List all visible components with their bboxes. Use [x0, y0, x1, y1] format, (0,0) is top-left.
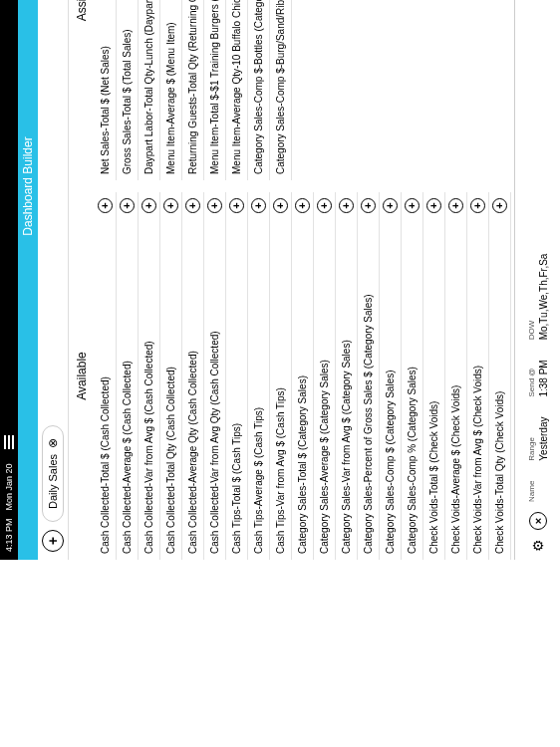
available-row: Check Voids-Average $ (Check Voids)+ [445, 192, 467, 560]
dow-label: DOW [527, 321, 536, 341]
available-row: Cash Collected-Var from Avg Qty (Cash Co… [204, 192, 226, 560]
send-label: Send @ [527, 369, 536, 397]
metric-label: Menu Item-Average $ (Menu Item) [165, 0, 176, 174]
metric-label: Check Voids-Total Qty (Check Voids) [494, 219, 505, 554]
add-icon[interactable]: + [295, 198, 310, 213]
metric-label: Category Sales-Comp $-Bottles (Category … [253, 0, 264, 174]
assigned-row: Returning Guests-Total Qty (Returning Gu… [182, 0, 204, 180]
assigned-row: Category Sales-Comp $-Burg/Sand/Ribs (Ca… [270, 0, 292, 180]
assigned-list: Net Sales-Total $ (Net Sales)‹›−Gross Sa… [95, 0, 514, 180]
delete-icon[interactable]: × [529, 512, 547, 530]
page-title: Dashboard Builder [18, 0, 38, 560]
add-icon[interactable]: + [185, 198, 200, 213]
metric-label: Check Voids-Average $ (Check Voids) [450, 219, 461, 554]
tabs-row: + Daily Sales ⊗ [38, 0, 69, 560]
add-icon[interactable]: + [141, 198, 156, 213]
available-row: Cash Collected-Var from Avg $ (Cash Coll… [139, 192, 160, 560]
status-bar: 4:13 PM Mon Jan 20 58% [0, 0, 18, 560]
add-icon[interactable]: + [405, 198, 420, 213]
range-value[interactable]: Yesterday [538, 417, 549, 461]
available-row: Cash Collected-Total $ (Cash Collected)+ [95, 192, 117, 560]
dow-value[interactable]: Mo,Tu,We,Th,Fr,Sa [538, 254, 549, 341]
add-icon[interactable]: + [207, 198, 222, 213]
available-row: Category Sales-Percent of Gross Sales $ … [358, 192, 380, 560]
status-date: Mon Jan 20 [4, 463, 14, 510]
available-row: Category Sales-Comp % (Category Sales)+ [402, 192, 423, 560]
metric-label: Check Voids-Var from Avg $ (Check Voids) [472, 219, 483, 554]
available-row: Check Voids-Total Qty (Check Voids)+ [489, 192, 511, 560]
gear-icon[interactable]: ⚙ [529, 536, 547, 554]
add-icon[interactable]: + [317, 198, 332, 213]
add-icon[interactable]: + [470, 198, 485, 213]
metric-label: Category Sales-Average $ (Category Sales… [319, 219, 330, 554]
metric-label: Net Sales-Total $ (Net Sales) [100, 0, 111, 174]
available-row: Category Sales-Comp $ (Category Sales)+ [380, 192, 402, 560]
assigned-row: Daypart Labor-Total Qty-Lunch (Daypart L… [139, 0, 160, 180]
metric-label: Category Sales-Comp $ (Category Sales) [385, 219, 396, 554]
available-row: Cash Tips-Average $ (Cash Tips)+ [248, 192, 270, 560]
available-row: Category Sales-Average $ (Category Sales… [314, 192, 336, 560]
metric-label: Cash Collected-Var from Avg $ (Cash Coll… [143, 219, 154, 554]
add-icon[interactable]: + [229, 198, 244, 213]
assigned-row: Menu Item-Average Qty-10 Buffalo Chicken… [226, 0, 248, 180]
available-row: Category Sales-Total $ (Category Sales)+ [292, 192, 314, 560]
metric-label: Check Voids-Total $ (Check Voids) [428, 219, 439, 554]
metric-label: Cash Collected-Total $ (Cash Collected) [100, 219, 111, 554]
name-label: Name [527, 481, 536, 502]
tab-daily-sales[interactable]: Daily Sales ⊗ [42, 425, 64, 522]
metric-label: Cash Collected-Total Qty (Cash Collected… [165, 219, 176, 554]
metric-label: Returning Guests-Total Qty (Returning Gu… [187, 0, 198, 174]
add-icon[interactable]: + [339, 198, 354, 213]
add-icon[interactable]: + [448, 198, 463, 213]
metric-label: Cash Tips-Var from Avg $ (Cash Tips) [275, 219, 286, 554]
metric-label: Category Sales-Comp $-Burg/Sand/Ribs (Ca… [275, 0, 286, 174]
add-icon[interactable]: + [163, 198, 178, 213]
metric-label: Menu Item-Total $-$1 Training Burgers (M… [209, 0, 220, 174]
metric-label: Cash Collected-Average $ (Cash Collected… [122, 219, 133, 554]
metric-label: Category Sales-Comp % (Category Sales) [407, 219, 418, 554]
range-label: Range [527, 437, 536, 461]
available-row: Cash Collected-Total Qty (Cash Collected… [160, 192, 182, 560]
metric-label: Category Sales-Total $ (Category Sales) [297, 219, 308, 554]
add-icon[interactable]: + [426, 198, 441, 213]
assigned-row: Category Sales-Comp $-Bottles (Category … [248, 0, 270, 180]
name-value[interactable] [538, 499, 549, 502]
send-value[interactable]: 1:38 PM [538, 360, 549, 396]
metric-label: Cash Tips-Average $ (Cash Tips) [253, 219, 264, 554]
metric-label: Cash Collected-Var from Avg Qty (Cash Co… [209, 219, 220, 554]
available-header: Available [69, 192, 95, 560]
available-row: Check Voids-Var from Avg $ (Check Voids)… [467, 192, 489, 560]
add-tab-button[interactable]: + [42, 530, 64, 552]
add-icon[interactable]: + [120, 198, 135, 213]
available-list: Cash Collected-Total $ (Cash Collected)+… [95, 192, 514, 560]
metric-label: Cash Collected-Average Qty (Cash Collect… [187, 219, 198, 554]
metric-label: Category Sales-Percent of Gross Sales $ … [363, 219, 374, 554]
assigned-row: Menu Item-Total $-$1 Training Burgers (M… [204, 0, 226, 180]
status-time: 4:13 PM [4, 518, 14, 552]
assigned-row: Menu Item-Average $ (Menu Item)‹›− [160, 0, 182, 180]
add-icon[interactable]: + [98, 198, 113, 213]
available-row: Cash Tips-Total $ (Cash Tips)+ [226, 192, 248, 560]
add-icon[interactable]: + [273, 198, 288, 213]
available-row: Cash Collected-Average Qty (Cash Collect… [182, 192, 204, 560]
add-icon[interactable]: + [251, 198, 266, 213]
footer-bar: ⚙ × Name Range Yesterday Send @ 1:38 PM … [514, 0, 560, 560]
metric-label: Cash Tips-Total $ (Cash Tips) [231, 219, 242, 554]
available-row: Check Voids-Total $ (Check Voids)+ [423, 192, 445, 560]
add-icon[interactable]: + [492, 198, 507, 213]
available-row: Category Sales-Var from Avg $ (Category … [336, 192, 358, 560]
menu-icon[interactable] [4, 435, 14, 449]
tab-label: Daily Sales [47, 454, 59, 509]
close-tab-icon[interactable]: ⊗ [46, 438, 60, 448]
metric-label: Menu Item-Average Qty-10 Buffalo Chicken… [231, 0, 242, 174]
add-icon[interactable]: + [361, 198, 376, 213]
available-row: Cash Collected-Average $ (Cash Collected… [117, 192, 139, 560]
metric-label: Daypart Labor-Total Qty-Lunch (Daypart L… [143, 0, 154, 174]
available-row: Cash Tips-Var from Avg $ (Cash Tips)+ [270, 192, 292, 560]
metric-label: Gross Sales-Total $ (Total Sales) [122, 0, 133, 174]
metric-label: Category Sales-Var from Avg $ (Category … [341, 219, 352, 554]
assigned-header: Assigned [69, 0, 95, 180]
assigned-row: Gross Sales-Total $ (Total Sales)‹›− [117, 0, 139, 180]
assigned-row: Net Sales-Total $ (Net Sales)‹›− [95, 0, 117, 180]
add-icon[interactable]: + [383, 198, 398, 213]
